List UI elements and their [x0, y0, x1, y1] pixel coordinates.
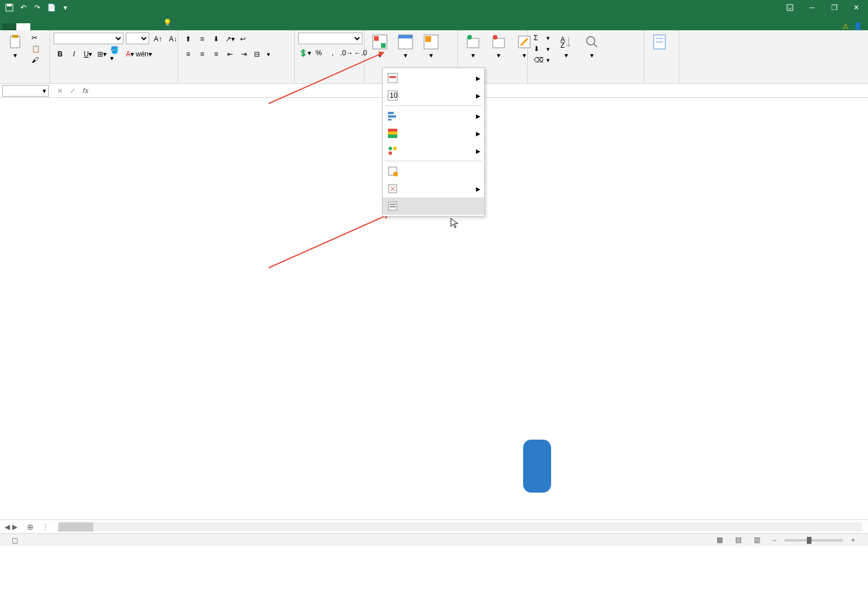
svg-point-33: [389, 151, 392, 155]
invoice-check-button[interactable]: [648, 33, 671, 52]
share-button[interactable]: 👤: [853, 22, 862, 30]
svg-text:10: 10: [390, 91, 398, 100]
find-select-button[interactable]: ▾: [580, 33, 604, 61]
undo-icon[interactable]: ↶: [19, 3, 28, 12]
align-center-icon[interactable]: ≡: [196, 48, 209, 61]
align-middle-icon[interactable]: ≡: [196, 33, 209, 45]
zoom-out-icon[interactable]: −: [772, 536, 777, 544]
svg-rect-30: [388, 135, 397, 138]
cancel-formula-icon[interactable]: ✕: [55, 86, 65, 96]
tab-view[interactable]: [100, 23, 114, 30]
restore-icon[interactable]: ❐: [827, 3, 841, 12]
decrease-font-icon[interactable]: A↓: [167, 33, 179, 45]
tab-dev[interactable]: [114, 23, 128, 30]
invoice-icon: [651, 34, 668, 50]
horizontal-scrollbar[interactable]: [58, 522, 862, 532]
close-icon[interactable]: ✕: [849, 3, 863, 12]
minimize-icon[interactable]: ─: [805, 3, 819, 12]
fill-color-icon[interactable]: 🪣▾: [110, 48, 122, 61]
svg-point-31: [389, 147, 392, 150]
name-box[interactable]: ▾: [2, 85, 49, 97]
iconset-icon: [387, 146, 398, 156]
qat-icon[interactable]: 📄: [47, 3, 56, 12]
font-name-select[interactable]: [54, 33, 124, 44]
clear-button[interactable]: ⌫▾: [531, 55, 552, 65]
save-icon[interactable]: [5, 3, 14, 12]
new-rule-icon: [387, 166, 398, 176]
svg-rect-38: [390, 204, 396, 205]
add-sheet-button[interactable]: ⊕: [22, 521, 38, 533]
tab-formula[interactable]: [58, 23, 72, 30]
increase-decimal-icon[interactable]: .0→: [340, 47, 353, 59]
tab-review[interactable]: [86, 23, 100, 30]
warning-icon[interactable]: ⚠: [842, 22, 849, 30]
enter-formula-icon[interactable]: ✓: [68, 86, 78, 96]
redo-icon[interactable]: ↷: [33, 3, 42, 12]
italic-icon[interactable]: I: [68, 48, 80, 61]
comma-icon[interactable]: ,: [326, 47, 339, 59]
bold-icon[interactable]: B: [54, 48, 66, 61]
svg-rect-1: [7, 4, 12, 6]
number-format-select[interactable]: [298, 33, 362, 44]
menu-top-rules[interactable]: 10▶: [383, 87, 484, 104]
font-size-select[interactable]: [126, 33, 149, 44]
orientation-icon[interactable]: ↗▾: [224, 33, 237, 45]
tab-scroll-left-icon[interactable]: ◀: [5, 523, 10, 531]
align-top-icon[interactable]: ⬆: [182, 33, 195, 45]
highlight-rules-icon: [387, 73, 398, 83]
tab-scroll-right-icon[interactable]: ▶: [12, 523, 17, 531]
percent-icon[interactable]: %: [312, 47, 325, 59]
underline-icon[interactable]: U▾: [82, 48, 94, 61]
align-bottom-icon[interactable]: ⬇: [210, 33, 223, 45]
phonetic-icon[interactable]: wén▾: [137, 48, 150, 61]
menu-clear-rules[interactable]: ▶: [383, 180, 484, 197]
qat-dropdown-icon[interactable]: ▾: [61, 3, 70, 12]
sort-filter-button[interactable]: AZ▾: [555, 33, 578, 61]
autosum-button[interactable]: Σ▾: [531, 33, 552, 43]
fill-button[interactable]: ⬇▾: [531, 44, 552, 54]
menu-color-scales[interactable]: ▶: [383, 125, 484, 142]
paste-button[interactable]: ▾: [3, 33, 27, 61]
zoom-slider[interactable]: [785, 539, 843, 542]
tab-pdf[interactable]: [128, 23, 142, 30]
delete-cells-button[interactable]: ▾: [487, 33, 510, 61]
menu-data-bars[interactable]: ▶: [383, 107, 484, 125]
svg-rect-7: [381, 43, 386, 48]
tab-insert[interactable]: [30, 23, 44, 30]
format-painter-button[interactable]: 🖌: [29, 55, 44, 65]
record-macro-icon[interactable]: ▢: [12, 536, 18, 544]
tell-me-search[interactable]: 💡: [156, 15, 181, 30]
font-color-icon[interactable]: A▾: [124, 48, 136, 61]
tab-file[interactable]: [2, 23, 16, 30]
cell-style-button[interactable]: ▾: [419, 33, 443, 61]
copy-button[interactable]: 📋: [29, 44, 44, 54]
tab-wps[interactable]: [142, 23, 156, 30]
menu-icon-sets[interactable]: ▶: [383, 142, 484, 160]
indent-right-icon[interactable]: ⇥: [238, 48, 250, 61]
align-right-icon[interactable]: ≡: [210, 48, 223, 61]
page-break-view-icon[interactable]: ▥: [754, 536, 764, 545]
merge-center-button[interactable]: ⊟▾: [252, 48, 273, 61]
tab-data[interactable]: [72, 23, 86, 30]
insert-cells-icon: [465, 34, 481, 50]
menu-new-rule[interactable]: [383, 162, 484, 180]
ribbon-options-icon[interactable]: [783, 3, 797, 12]
cut-button[interactable]: ✂: [29, 33, 44, 43]
indent-left-icon[interactable]: ⇤: [224, 48, 237, 61]
table-format-button[interactable]: ▾: [394, 33, 417, 61]
tab-layout[interactable]: [44, 23, 58, 30]
increase-font-icon[interactable]: A↑: [151, 33, 164, 45]
page-layout-view-icon[interactable]: ▤: [735, 536, 746, 545]
currency-icon[interactable]: 💲▾: [298, 47, 311, 59]
align-left-icon[interactable]: ≡: [182, 48, 195, 61]
normal-view-icon[interactable]: ▦: [717, 536, 727, 545]
zoom-in-icon[interactable]: +: [851, 536, 855, 544]
menu-highlight-rules[interactable]: ▶: [383, 69, 484, 87]
menu-manage-rules[interactable]: [383, 197, 484, 215]
fx-icon[interactable]: fx: [80, 86, 91, 96]
insert-cells-button[interactable]: ▾: [461, 33, 485, 61]
wrap-text-button[interactable]: ↩: [238, 33, 253, 45]
border-icon[interactable]: ⊞▾: [96, 48, 108, 61]
cell-style-icon: [423, 34, 439, 50]
tab-home[interactable]: [16, 23, 30, 30]
